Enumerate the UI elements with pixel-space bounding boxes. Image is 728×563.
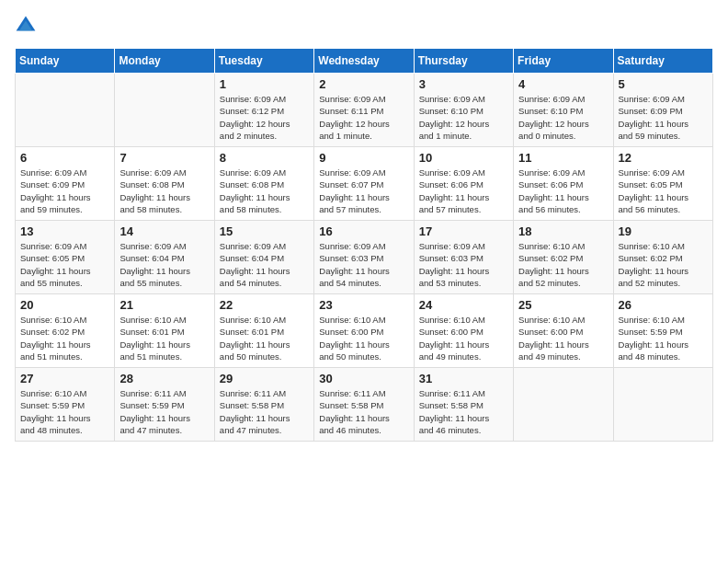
- week-row-0: 1Sunrise: 6:09 AM Sunset: 6:12 PM Daylig…: [16, 74, 713, 147]
- day-number: 22: [220, 298, 309, 312]
- day-info: Sunrise: 6:09 AM Sunset: 6:10 PM Dayligh…: [419, 93, 508, 142]
- day-info: Sunrise: 6:10 AM Sunset: 6:01 PM Dayligh…: [220, 314, 309, 362]
- day-info: Sunrise: 6:09 AM Sunset: 6:09 PM Dayligh…: [619, 93, 708, 142]
- col-header-sunday: Sunday: [16, 49, 115, 74]
- calendar-cell: 7Sunrise: 6:09 AM Sunset: 6:08 PM Daylig…: [115, 147, 214, 221]
- calendar-cell: 14Sunrise: 6:09 AM Sunset: 6:04 PM Dayli…: [115, 221, 214, 294]
- calendar-cell: 28Sunrise: 6:11 AM Sunset: 5:59 PM Dayli…: [115, 368, 214, 442]
- day-info: Sunrise: 6:09 AM Sunset: 6:04 PM Dayligh…: [220, 240, 309, 289]
- day-number: 16: [319, 224, 408, 238]
- calendar-cell: 29Sunrise: 6:11 AM Sunset: 5:58 PM Dayli…: [214, 368, 313, 442]
- day-info: Sunrise: 6:09 AM Sunset: 6:08 PM Dayligh…: [220, 167, 309, 215]
- day-info: Sunrise: 6:09 AM Sunset: 6:11 PM Dayligh…: [319, 93, 408, 142]
- week-row-1: 6Sunrise: 6:09 AM Sunset: 6:09 PM Daylig…: [16, 147, 713, 221]
- calendar-cell: 13Sunrise: 6:09 AM Sunset: 6:05 PM Dayli…: [16, 221, 115, 294]
- col-header-tuesday: Tuesday: [214, 49, 313, 74]
- day-number: 7: [119, 151, 209, 165]
- day-info: Sunrise: 6:10 AM Sunset: 6:00 PM Dayligh…: [319, 314, 408, 362]
- day-number: 3: [419, 77, 508, 91]
- calendar-cell: 10Sunrise: 6:09 AM Sunset: 6:06 PM Dayli…: [414, 147, 513, 221]
- day-info: Sunrise: 6:11 AM Sunset: 5:58 PM Dayligh…: [319, 387, 408, 436]
- calendar-cell: [514, 368, 613, 442]
- calendar-cell: 21Sunrise: 6:10 AM Sunset: 6:01 PM Dayli…: [115, 294, 214, 368]
- day-info: Sunrise: 6:09 AM Sunset: 6:07 PM Dayligh…: [319, 167, 408, 215]
- day-info: Sunrise: 6:10 AM Sunset: 6:02 PM Dayligh…: [619, 240, 708, 289]
- day-info: Sunrise: 6:09 AM Sunset: 6:12 PM Dayligh…: [220, 93, 309, 142]
- calendar-cell: 8Sunrise: 6:09 AM Sunset: 6:08 PM Daylig…: [214, 147, 313, 221]
- day-info: Sunrise: 6:10 AM Sunset: 6:02 PM Dayligh…: [518, 240, 608, 289]
- day-number: 8: [220, 151, 309, 165]
- day-info: Sunrise: 6:09 AM Sunset: 6:06 PM Dayligh…: [419, 167, 508, 215]
- calendar-cell: 24Sunrise: 6:10 AM Sunset: 6:00 PM Dayli…: [414, 294, 513, 368]
- day-number: 5: [619, 77, 708, 91]
- day-info: Sunrise: 6:09 AM Sunset: 6:06 PM Dayligh…: [518, 167, 608, 215]
- col-header-saturday: Saturday: [613, 49, 712, 74]
- day-number: 17: [419, 224, 508, 238]
- calendar-cell: [115, 74, 214, 147]
- calendar-table: SundayMondayTuesdayWednesdayThursdayFrid…: [15, 48, 713, 442]
- day-info: Sunrise: 6:11 AM Sunset: 5:59 PM Dayligh…: [119, 387, 209, 436]
- day-number: 9: [319, 151, 408, 165]
- day-info: Sunrise: 6:09 AM Sunset: 6:03 PM Dayligh…: [419, 240, 508, 289]
- day-number: 29: [220, 372, 309, 385]
- calendar-cell: 1Sunrise: 6:09 AM Sunset: 6:12 PM Daylig…: [214, 74, 313, 147]
- day-number: 19: [619, 224, 708, 238]
- day-number: 21: [119, 298, 209, 312]
- day-info: Sunrise: 6:10 AM Sunset: 6:00 PM Dayligh…: [419, 314, 508, 362]
- day-number: 10: [419, 151, 508, 165]
- calendar-cell: 31Sunrise: 6:11 AM Sunset: 5:58 PM Dayli…: [414, 368, 513, 442]
- day-number: 14: [119, 224, 209, 238]
- day-number: 27: [20, 372, 109, 385]
- day-number: 6: [20, 151, 109, 165]
- day-info: Sunrise: 6:11 AM Sunset: 5:58 PM Dayligh…: [419, 387, 508, 436]
- day-info: Sunrise: 6:10 AM Sunset: 6:01 PM Dayligh…: [119, 314, 209, 362]
- day-number: 20: [20, 298, 109, 312]
- calendar-cell: [613, 368, 712, 442]
- col-header-thursday: Thursday: [414, 49, 513, 74]
- day-number: 15: [220, 224, 309, 238]
- calendar-cell: 4Sunrise: 6:09 AM Sunset: 6:10 PM Daylig…: [514, 74, 613, 147]
- day-number: 1: [220, 77, 309, 91]
- day-number: 18: [518, 224, 608, 238]
- week-row-2: 13Sunrise: 6:09 AM Sunset: 6:05 PM Dayli…: [16, 221, 713, 294]
- day-number: 12: [619, 151, 708, 165]
- col-header-wednesday: Wednesday: [314, 49, 414, 74]
- calendar-cell: 30Sunrise: 6:11 AM Sunset: 5:58 PM Dayli…: [314, 368, 414, 442]
- calendar-cell: [16, 74, 115, 147]
- day-number: 24: [419, 298, 508, 312]
- day-info: Sunrise: 6:09 AM Sunset: 6:09 PM Dayligh…: [20, 167, 109, 215]
- day-info: Sunrise: 6:09 AM Sunset: 6:03 PM Dayligh…: [319, 240, 408, 289]
- col-header-friday: Friday: [514, 49, 613, 74]
- day-info: Sunrise: 6:09 AM Sunset: 6:04 PM Dayligh…: [119, 240, 209, 289]
- calendar-cell: 11Sunrise: 6:09 AM Sunset: 6:06 PM Dayli…: [514, 147, 613, 221]
- day-info: Sunrise: 6:10 AM Sunset: 6:00 PM Dayligh…: [518, 314, 608, 362]
- calendar-cell: 16Sunrise: 6:09 AM Sunset: 6:03 PM Dayli…: [314, 221, 414, 294]
- day-info: Sunrise: 6:10 AM Sunset: 5:59 PM Dayligh…: [20, 387, 109, 436]
- day-number: 25: [518, 298, 608, 312]
- logo-icon: [15, 15, 37, 37]
- day-info: Sunrise: 6:09 AM Sunset: 6:08 PM Dayligh…: [119, 167, 209, 215]
- day-number: 4: [518, 77, 608, 91]
- calendar-cell: 9Sunrise: 6:09 AM Sunset: 6:07 PM Daylig…: [314, 147, 414, 221]
- day-number: 11: [518, 151, 608, 165]
- day-number: 31: [419, 372, 508, 385]
- calendar-cell: 15Sunrise: 6:09 AM Sunset: 6:04 PM Dayli…: [214, 221, 313, 294]
- day-info: Sunrise: 6:09 AM Sunset: 6:10 PM Dayligh…: [518, 93, 608, 142]
- day-number: 13: [20, 224, 109, 238]
- calendar-cell: 25Sunrise: 6:10 AM Sunset: 6:00 PM Dayli…: [514, 294, 613, 368]
- logo: [15, 15, 40, 37]
- calendar-cell: 23Sunrise: 6:10 AM Sunset: 6:00 PM Dayli…: [314, 294, 414, 368]
- calendar-cell: 27Sunrise: 6:10 AM Sunset: 5:59 PM Dayli…: [16, 368, 115, 442]
- col-header-monday: Monday: [115, 49, 214, 74]
- calendar-cell: 26Sunrise: 6:10 AM Sunset: 5:59 PM Dayli…: [613, 294, 712, 368]
- day-info: Sunrise: 6:10 AM Sunset: 5:59 PM Dayligh…: [619, 314, 708, 362]
- calendar-cell: 18Sunrise: 6:10 AM Sunset: 6:02 PM Dayli…: [514, 221, 613, 294]
- day-number: 23: [319, 298, 408, 312]
- calendar-cell: 6Sunrise: 6:09 AM Sunset: 6:09 PM Daylig…: [16, 147, 115, 221]
- calendar-cell: 19Sunrise: 6:10 AM Sunset: 6:02 PM Dayli…: [613, 221, 712, 294]
- day-info: Sunrise: 6:09 AM Sunset: 6:05 PM Dayligh…: [20, 240, 109, 289]
- week-row-3: 20Sunrise: 6:10 AM Sunset: 6:02 PM Dayli…: [16, 294, 713, 368]
- calendar-cell: 12Sunrise: 6:09 AM Sunset: 6:05 PM Dayli…: [613, 147, 712, 221]
- day-info: Sunrise: 6:10 AM Sunset: 6:02 PM Dayligh…: [20, 314, 109, 362]
- header: [15, 15, 713, 37]
